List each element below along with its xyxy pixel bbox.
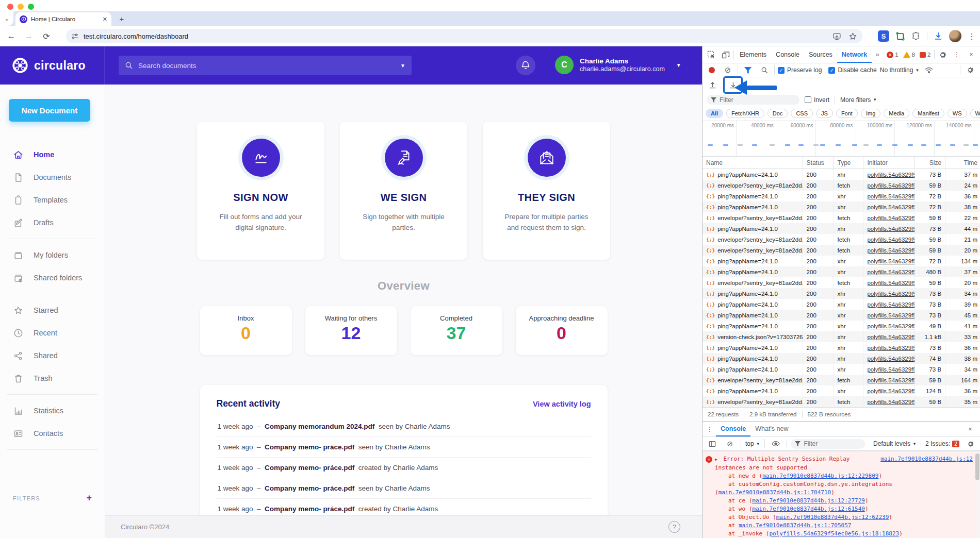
request-type-chip[interactable]: All — [706, 109, 723, 118]
request-name-cell[interactable]: {;}ping?appName=24.1.0 — [703, 256, 803, 266]
request-initiator-cell[interactable]: polyfills.54a6329f5 — [863, 321, 915, 331]
activity-row[interactable]: 1 week ago – Company memorandum 2024.pdf… — [217, 416, 591, 437]
network-request-row[interactable]: {;}ping?appName=24.1.0 200 xhr polyfills… — [703, 266, 980, 277]
request-initiator-cell[interactable]: polyfills.54a6329f5 — [863, 256, 915, 266]
request-name-cell[interactable]: {;}ping?appName=24.1.0 — [703, 364, 803, 375]
activity-row[interactable]: 1 week ago – Company memo- práce.pdf see… — [217, 478, 591, 499]
clear-console-icon[interactable]: ⊘ — [723, 437, 737, 450]
live-expression-eye-icon[interactable] — [769, 437, 782, 450]
request-initiator-cell[interactable]: polyfills.54a6329f5 — [863, 277, 915, 288]
network-settings-icon[interactable] — [963, 63, 977, 77]
browser-profile-avatar[interactable] — [949, 30, 961, 42]
inspect-element-icon[interactable] — [705, 48, 718, 61]
request-name-cell[interactable]: {;}envelope/?sentry_key=81ae2dd... — [703, 234, 803, 245]
record-network-log-icon[interactable] — [709, 67, 715, 73]
request-initiator-cell[interactable]: polyfills.54a6329f5 — [863, 364, 915, 375]
more-tabs-icon[interactable]: » — [873, 48, 882, 61]
request-initiator-cell[interactable]: polyfills.54a6329f5 — [863, 266, 915, 277]
column-header-status[interactable]: Status — [803, 157, 834, 169]
request-name-cell[interactable]: {;}ping?appName=24.1.0 — [703, 321, 803, 331]
url-text[interactable]: test.circularo.com/home/dashboard — [84, 32, 188, 40]
sidebar-item[interactable]: Drafts — [0, 211, 105, 234]
drawer-close-icon[interactable]: × — [963, 423, 977, 436]
browser-tab[interactable]: Home | Circularo ✕ — [15, 12, 111, 26]
downloads-icon[interactable] — [934, 31, 943, 41]
issues-badge[interactable]: 2 — [920, 52, 930, 58]
search-bar[interactable]: ▼ — [119, 56, 412, 75]
network-request-row[interactable]: {;}envelope/?sentry_key=81ae2dd... 200 f… — [703, 180, 980, 191]
install-app-icon[interactable] — [832, 32, 841, 41]
sidebar-item[interactable]: Starred — [0, 299, 105, 322]
request-type-chip[interactable]: Doc — [767, 109, 788, 118]
stack-source-link[interactable]: main.7ef9010e8837d44b.js:12:61540 — [752, 506, 865, 512]
request-name-cell[interactable]: {;}envelope/?sentry_key=81ae2dd... — [703, 375, 803, 385]
request-initiator-cell[interactable]: polyfills.54a6329f5 — [863, 234, 915, 245]
network-request-row[interactable]: {;}envelope/?sentry_key=81ae2dd... 200 f… — [703, 375, 980, 385]
search-dropdown-icon[interactable]: ▼ — [395, 63, 405, 69]
request-type-chip[interactable]: JS — [816, 109, 833, 118]
tab-search-button[interactable]: ⌄ — [0, 11, 13, 26]
request-initiator-cell[interactable]: polyfills.54a6329f5 — [863, 353, 915, 364]
sidebar-item[interactable]: Home — [0, 143, 105, 166]
stat-card[interactable]: Waiting for others 12 — [305, 306, 397, 355]
request-name-cell[interactable]: {;}envelope/?sentry_key=81ae2dd... — [703, 212, 803, 223]
user-menu[interactable]: C Charlie Adams charlie.adams@circularo.… — [555, 56, 681, 74]
request-name-cell[interactable]: {;}ping?appName=24.1.0 — [703, 299, 803, 310]
request-name-cell[interactable]: {;}envelope/?sentry_key=81ae2dd... — [703, 277, 803, 288]
network-request-row[interactable]: {;}envelope/?sentry_key=81ae2dd... 200 f… — [703, 212, 980, 223]
bookmark-star-icon[interactable] — [848, 32, 857, 41]
request-type-chip[interactable]: Fetch/XHR — [726, 109, 764, 118]
site-settings-icon[interactable] — [71, 32, 79, 40]
column-header-size[interactable]: Size — [915, 157, 945, 169]
request-name-cell[interactable]: {;}envelope/?sentry_key=81ae2dd... — [703, 180, 803, 191]
console-issues-chip[interactable]: 2 Issues: 2 — [925, 440, 959, 447]
console-filter-input[interactable] — [804, 440, 855, 447]
sidebar-item[interactable]: My folders — [0, 244, 105, 266]
window-minimize-button[interactable] — [18, 4, 24, 10]
devtools-settings-icon[interactable] — [936, 48, 949, 61]
devtools-menu-icon[interactable]: ⋮ — [950, 48, 963, 61]
request-name-cell[interactable]: {;}envelope/?sentry_key=81ae2dd... — [703, 245, 803, 256]
request-initiator-cell[interactable]: polyfills.54a6329f5 — [863, 288, 915, 299]
sentry-extension-icon[interactable]: S — [878, 30, 889, 42]
new-document-button[interactable]: New Document — [9, 99, 90, 122]
request-initiator-cell[interactable]: polyfills.54a6329f5 — [863, 245, 915, 256]
disable-cache-checkbox[interactable]: ✓ Disable cache — [828, 66, 876, 74]
network-request-row[interactable]: {;}ping?appName=24.1.0 200 xhr polyfills… — [703, 310, 980, 321]
column-header-type[interactable]: Type — [834, 157, 864, 169]
devtools-tab[interactable]: Elements — [735, 46, 771, 63]
window-zoom-button[interactable] — [28, 4, 34, 10]
forward-button[interactable]: → — [23, 30, 35, 42]
request-type-chip[interactable]: CSS — [791, 109, 813, 118]
network-request-row[interactable]: {;}ping?appName=24.1.0 200 xhr polyfills… — [703, 321, 980, 331]
request-initiator-cell[interactable]: polyfills.54a6329f5 — [863, 310, 915, 321]
console-settings-icon[interactable] — [963, 437, 977, 450]
console-warnings-badge[interactable]: 8 — [903, 52, 915, 58]
devtools-tab[interactable]: Network — [837, 46, 872, 63]
add-filter-button[interactable]: + — [86, 493, 92, 503]
sidebar-item[interactable]: Documents — [0, 166, 105, 189]
stack-source-link[interactable]: main.7ef9010e8837d44b.js:12:27729 — [752, 497, 865, 504]
network-request-row[interactable]: {;}ping?appName=24.1.0 200 xhr polyfills… — [703, 223, 980, 234]
sign-action-card[interactable]: SIGN NOW Fill out forms and add your dig… — [197, 122, 324, 260]
request-initiator-cell[interactable]: polyfills.54a6329f5 — [863, 385, 915, 396]
sign-action-card[interactable]: WE SIGN Sign together with multiple part… — [340, 122, 467, 260]
request-initiator-cell[interactable]: polyfills.54a6329f5 — [863, 223, 915, 234]
network-request-row[interactable]: {;}envelope/?sentry_key=81ae2dd... 200 f… — [703, 396, 980, 407]
sidebar-item[interactable]: Templates — [0, 189, 105, 211]
network-request-row[interactable]: {;}ping?appName=24.1.0 200 xhr polyfills… — [703, 342, 980, 353]
console-filter-wrap[interactable] — [791, 439, 865, 449]
filter-toggle-icon[interactable] — [741, 63, 755, 77]
column-header-name[interactable]: Name — [703, 157, 803, 169]
sidebar-item[interactable]: Shared folders — [0, 266, 105, 289]
network-request-row[interactable]: {;}ping?appName=24.1.0 200 xhr polyfills… — [703, 385, 980, 396]
stack-source-link[interactable]: main.7ef9010e8837d44b.js:12:229809 — [762, 473, 878, 479]
console-scrollbar[interactable] — [975, 451, 980, 538]
stack-source-link[interactable]: polyfills.54a6329f54ec0e56.js:18:18823 — [769, 530, 899, 537]
activity-row[interactable]: 1 week ago – Company memo- práce.pdf see… — [217, 437, 591, 458]
request-name-cell[interactable]: {;}ping?appName=24.1.0 — [703, 169, 803, 180]
network-request-row[interactable]: {;}ping?appName=24.1.0 200 xhr polyfills… — [703, 364, 980, 375]
network-request-row[interactable]: {;}ping?appName=24.1.0 200 xhr polyfills… — [703, 299, 980, 310]
network-request-row[interactable]: {;}ping?appName=24.1.0 200 xhr polyfills… — [703, 353, 980, 364]
network-conditions-icon[interactable] — [922, 63, 936, 77]
